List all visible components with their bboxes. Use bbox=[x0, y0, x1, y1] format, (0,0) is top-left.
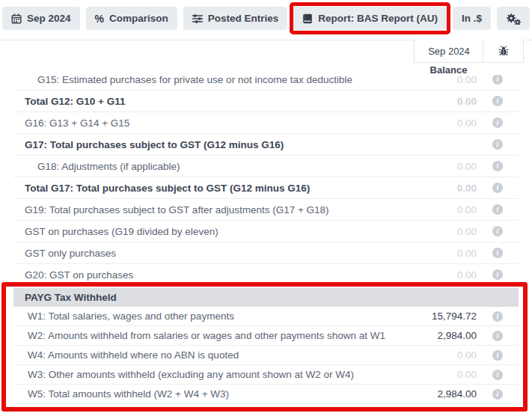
row-value: 0.00 bbox=[387, 161, 477, 172]
column-header-period[interactable]: Sep 2024 bbox=[414, 40, 483, 63]
posted-entries-button[interactable]: Posted Entries bbox=[183, 7, 288, 30]
table-row-g15[interactable]: G15: Estimated purchases for private use… bbox=[13, 75, 519, 91]
row-value: 0.00 bbox=[387, 117, 477, 129]
table-row-g18[interactable]: G18: Adjustments (if applicable) 0.00 i bbox=[13, 156, 519, 177]
period-button-label: Sep 2024 bbox=[27, 13, 71, 24]
row-label: G17: Total purchases subject to GST (G12… bbox=[13, 139, 387, 150]
report-button-label: Report: BAS Report (AU) bbox=[318, 13, 438, 24]
info-icon[interactable]: i bbox=[492, 161, 503, 171]
row-label: W2: Amounts withheld from salaries or wa… bbox=[13, 330, 387, 341]
table-row-g17[interactable]: G17: Total purchases subject to GST (G12… bbox=[13, 134, 519, 156]
row-value: 15,794.72 bbox=[387, 311, 477, 322]
period-button[interactable]: Sep 2024 bbox=[2, 7, 80, 30]
row-label: G16: G13 + G14 + G15 bbox=[13, 117, 387, 129]
row-value: 2,984.00 bbox=[387, 330, 477, 341]
row-value: 2,984.00 bbox=[387, 388, 477, 400]
currency-toggle-label: In .$ bbox=[462, 13, 482, 24]
info-icon[interactable]: i bbox=[492, 96, 503, 106]
calendar-icon bbox=[11, 13, 22, 24]
row-label: W5: Total amounts withheld (W2 + W4 + W3… bbox=[13, 388, 387, 400]
info-icon[interactable]: i bbox=[492, 75, 503, 85]
section-title: PAYG Tax Withheld bbox=[13, 292, 519, 303]
bug-icon[interactable] bbox=[483, 40, 524, 63]
table-row-gst-on-purchases[interactable]: GST on purchases (G19 divided by eleven)… bbox=[13, 221, 519, 242]
report-button[interactable]: Report: BAS Report (AU) bbox=[293, 7, 447, 30]
row-value: 0.00 bbox=[387, 226, 477, 237]
row-label: G18: Adjustments (if applicable) bbox=[13, 161, 387, 172]
row-label: G20: GST on purchases bbox=[13, 269, 387, 281]
table-row-w3[interactable]: W3: Other amounts withheld (excluding an… bbox=[13, 365, 519, 385]
info-icon[interactable]: i bbox=[492, 350, 503, 361]
percent-icon: % bbox=[95, 13, 104, 24]
row-label: GST only purchases bbox=[13, 248, 387, 259]
row-value: 0.00 bbox=[387, 96, 477, 107]
comparison-button-label: Comparison bbox=[109, 13, 168, 24]
info-icon[interactable]: i bbox=[492, 248, 503, 258]
row-label: GST on purchases (G19 divided by eleven) bbox=[13, 226, 387, 237]
table-row-w2[interactable]: W2: Amounts withheld from salaries or wa… bbox=[13, 326, 519, 346]
table-row-total-g12[interactable]: Total G12: G10 + G11 0.00 i bbox=[13, 91, 519, 112]
row-label: W4: Amounts withheld where no ABN is quo… bbox=[13, 349, 387, 361]
row-value: 0.00 bbox=[387, 269, 477, 281]
table-row-g16[interactable]: G16: G13 + G14 + G15 0.00 i bbox=[13, 112, 519, 134]
settings-button[interactable] bbox=[497, 7, 530, 30]
posted-entries-button-label: Posted Entries bbox=[208, 13, 279, 24]
settings-icon bbox=[506, 13, 521, 25]
table-row-g19[interactable]: G19: Total purchases subject to GST afte… bbox=[13, 199, 519, 221]
info-icon[interactable]: i bbox=[492, 204, 503, 215]
row-label: G15: Estimated purchases for private use… bbox=[13, 75, 387, 85]
row-label: W3: Other amounts withheld (excluding an… bbox=[13, 369, 387, 380]
info-icon[interactable]: i bbox=[492, 226, 503, 236]
info-icon[interactable]: i bbox=[492, 117, 503, 128]
row-value: 0.00 bbox=[387, 183, 477, 194]
row-label: Total G12: G10 + G11 bbox=[13, 96, 387, 107]
info-icon[interactable]: i bbox=[492, 269, 503, 280]
currency-toggle-button[interactable]: In .$ bbox=[453, 7, 491, 30]
table-row-w4[interactable]: W4: Amounts withheld where no ABN is quo… bbox=[13, 346, 519, 365]
row-value: 0.00 bbox=[387, 369, 477, 380]
toolbar: Sep 2024 % Comparison Posted Entries bbox=[0, 7, 532, 30]
book-icon bbox=[302, 13, 313, 24]
info-icon[interactable]: i bbox=[492, 183, 503, 193]
balance-column-label: Balance bbox=[414, 64, 483, 76]
row-value: 0.00 bbox=[387, 349, 477, 361]
info-icon[interactable]: i bbox=[492, 370, 503, 380]
row-label: Total G17: Total purchases subject to GS… bbox=[13, 183, 387, 194]
report-rows: G15: Estimated purchases for private use… bbox=[0, 75, 532, 419]
table-row-g20[interactable]: G20: GST on purchases 0.00 i bbox=[13, 264, 519, 286]
row-value: 0.00 bbox=[387, 204, 477, 215]
comparison-button[interactable]: % Comparison bbox=[86, 7, 177, 30]
info-icon[interactable]: i bbox=[492, 311, 503, 322]
info-icon[interactable]: i bbox=[492, 331, 503, 341]
info-icon[interactable]: i bbox=[492, 139, 503, 150]
row-label: W1: Total salaries, wages and other paym… bbox=[13, 311, 387, 322]
table-row-w1[interactable]: W1: Total salaries, wages and other paym… bbox=[13, 307, 519, 326]
table-row-w5[interactable]: W5: Total amounts withheld (W2 + W4 + W3… bbox=[13, 385, 519, 404]
sliders-icon bbox=[192, 14, 203, 23]
table-row-total-g17[interactable]: Total G17: Total purchases subject to GS… bbox=[13, 177, 519, 199]
row-value: 0.00 bbox=[387, 75, 477, 85]
payg-section: PAYG Tax Withheld W1: Total salaries, wa… bbox=[0, 288, 532, 404]
section-header-payg: PAYG Tax Withheld bbox=[13, 288, 519, 307]
table-row-gst-only-purchases[interactable]: GST only purchases 0.00 i bbox=[13, 242, 519, 264]
row-label: G19: Total purchases subject to GST afte… bbox=[13, 204, 387, 215]
info-icon[interactable]: i bbox=[492, 389, 503, 400]
row-value: 0.00 bbox=[387, 248, 477, 259]
